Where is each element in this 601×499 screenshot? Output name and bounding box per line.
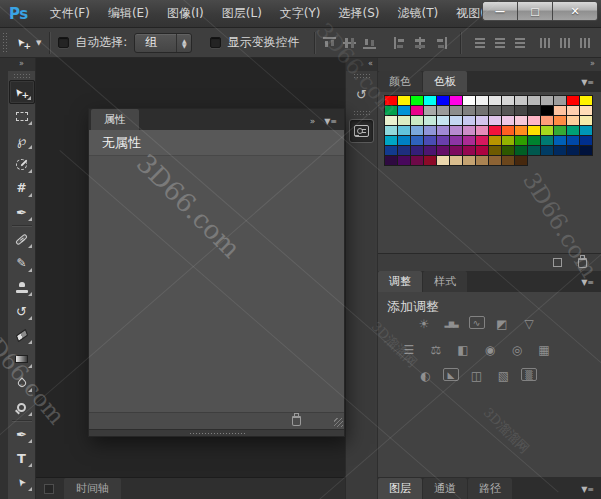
tab-adjustments[interactable]: 调整 bbox=[378, 271, 422, 292]
color-swatch[interactable] bbox=[463, 156, 475, 165]
color-swatch[interactable] bbox=[528, 146, 540, 155]
brightness-contrast-adjustment-icon[interactable]: ☀ bbox=[415, 316, 434, 332]
color-swatch[interactable] bbox=[424, 106, 436, 115]
color-swatch[interactable] bbox=[567, 136, 579, 145]
menu-item-2[interactable]: 图像(I) bbox=[158, 0, 213, 27]
panel-menu-icon[interactable]: ▼≡ bbox=[581, 279, 594, 287]
distribute-left-edges-icon[interactable] bbox=[539, 37, 552, 49]
color-swatch[interactable] bbox=[450, 136, 462, 145]
color-swatch[interactable] bbox=[580, 96, 592, 105]
color-swatch[interactable] bbox=[567, 96, 579, 105]
crop-tool[interactable]: # bbox=[9, 176, 35, 200]
color-swatch[interactable] bbox=[411, 136, 423, 145]
gradient-map-adjustment-icon[interactable]: ▧ bbox=[494, 368, 513, 384]
color-swatch[interactable] bbox=[424, 116, 436, 125]
color-swatch[interactable] bbox=[502, 156, 514, 165]
auto-select-checkbox[interactable] bbox=[58, 37, 69, 48]
color-swatch[interactable] bbox=[489, 106, 501, 115]
color-swatch[interactable] bbox=[437, 116, 449, 125]
color-swatch[interactable] bbox=[554, 146, 566, 155]
invert-adjustment-icon[interactable]: ◐ bbox=[416, 368, 435, 384]
tab-channels[interactable]: 通道 bbox=[423, 478, 467, 499]
tab-paths[interactable]: 路径 bbox=[468, 478, 512, 499]
color-swatch[interactable] bbox=[554, 96, 566, 105]
color-swatch[interactable] bbox=[489, 116, 501, 125]
menu-item-3[interactable]: 图层(L) bbox=[213, 0, 271, 27]
panel-collapse-icon[interactable]: » bbox=[310, 117, 316, 126]
color-swatch[interactable] bbox=[502, 106, 514, 115]
tool-preset-dropdown-icon[interactable]: ▼ bbox=[36, 39, 41, 47]
color-swatch[interactable] bbox=[476, 126, 488, 135]
quick-selection-tool[interactable] bbox=[9, 152, 35, 176]
color-swatch[interactable] bbox=[463, 106, 475, 115]
auto-select-dropdown[interactable]: 组 ▲▼ bbox=[134, 33, 192, 53]
color-swatch[interactable] bbox=[567, 126, 579, 135]
color-swatch[interactable] bbox=[385, 156, 397, 165]
color-swatch[interactable] bbox=[385, 146, 397, 155]
color-swatch[interactable] bbox=[463, 126, 475, 135]
hue-saturation-adjustment-icon[interactable]: ☰ bbox=[400, 342, 419, 358]
color-swatch[interactable] bbox=[515, 106, 527, 115]
color-swatch[interactable] bbox=[450, 156, 462, 165]
color-swatch[interactable] bbox=[411, 96, 423, 105]
move-tool[interactable]: ➤+ bbox=[9, 80, 35, 104]
color-swatch[interactable] bbox=[541, 96, 553, 105]
color-swatch[interactable] bbox=[502, 136, 514, 145]
color-swatch[interactable] bbox=[567, 146, 579, 155]
menu-item-4[interactable]: 文字(Y) bbox=[271, 0, 330, 27]
color-swatch[interactable] bbox=[476, 156, 488, 165]
new-swatch-icon[interactable] bbox=[553, 258, 562, 267]
color-swatch[interactable] bbox=[515, 126, 527, 135]
color-swatch[interactable] bbox=[424, 156, 436, 165]
color-swatch[interactable] bbox=[411, 106, 423, 115]
tab-color[interactable]: 颜色 bbox=[378, 71, 422, 92]
distribute-bottom-edges-icon[interactable] bbox=[514, 37, 527, 49]
color-swatch[interactable] bbox=[554, 116, 566, 125]
color-swatch[interactable] bbox=[489, 156, 501, 165]
color-swatch[interactable] bbox=[463, 146, 475, 155]
brush-tool[interactable]: ✎ bbox=[9, 251, 35, 275]
color-swatch[interactable] bbox=[580, 146, 592, 155]
color-swatch[interactable] bbox=[489, 136, 501, 145]
color-swatch[interactable] bbox=[450, 126, 462, 135]
color-swatch[interactable] bbox=[476, 116, 488, 125]
levels-adjustment-icon[interactable]: ▂▆▃ bbox=[442, 316, 461, 332]
color-swatch[interactable] bbox=[437, 146, 449, 155]
menu-item-1[interactable]: 编辑(E) bbox=[99, 0, 158, 27]
color-swatch[interactable] bbox=[580, 106, 592, 115]
channel-mixer-adjustment-icon[interactable]: ◎ bbox=[508, 342, 527, 358]
align-horizontal-centers-icon[interactable] bbox=[414, 37, 427, 49]
panel-resize-handle[interactable] bbox=[189, 432, 245, 435]
tab-styles[interactable]: 样式 bbox=[423, 271, 467, 292]
rectangle-tool[interactable] bbox=[9, 494, 35, 499]
color-swatch[interactable] bbox=[515, 146, 527, 155]
panel-menu-icon[interactable]: ▼≡ bbox=[581, 79, 594, 87]
color-swatch[interactable] bbox=[385, 126, 397, 135]
color-swatch[interactable] bbox=[424, 146, 436, 155]
color-swatch[interactable] bbox=[502, 146, 514, 155]
panel-menu-icon[interactable]: ▼≡ bbox=[581, 486, 594, 494]
threshold-adjustment-icon[interactable]: ◫ bbox=[467, 368, 486, 384]
blur-tool[interactable] bbox=[9, 371, 35, 395]
panel-resize-grip[interactable] bbox=[334, 418, 343, 427]
color-swatch[interactable] bbox=[424, 126, 436, 135]
history-brush-tool[interactable]: ↺ bbox=[9, 299, 35, 323]
color-swatch[interactable] bbox=[554, 126, 566, 135]
delete-icon[interactable] bbox=[292, 416, 301, 426]
curves-adjustment-icon[interactable]: ∿ bbox=[469, 316, 485, 329]
color-swatch[interactable] bbox=[567, 106, 579, 115]
align-bottom-edges-icon[interactable] bbox=[363, 37, 376, 49]
dock-grip[interactable] bbox=[353, 110, 371, 115]
color-swatch[interactable] bbox=[515, 156, 527, 165]
color-swatch[interactable] bbox=[515, 116, 527, 125]
color-swatch[interactable] bbox=[476, 96, 488, 105]
color-swatch[interactable] bbox=[437, 126, 449, 135]
align-top-edges-icon[interactable] bbox=[323, 37, 336, 49]
color-swatch[interactable] bbox=[528, 106, 540, 115]
properties-panel-header[interactable]: 属性 » ▼≡ bbox=[89, 109, 344, 130]
color-swatch[interactable] bbox=[398, 126, 410, 135]
menu-item-0[interactable]: 文件(F) bbox=[41, 0, 99, 27]
dock-grip[interactable] bbox=[353, 73, 371, 78]
lasso-tool[interactable]: ℘ bbox=[9, 128, 35, 152]
color-swatch[interactable] bbox=[463, 96, 475, 105]
